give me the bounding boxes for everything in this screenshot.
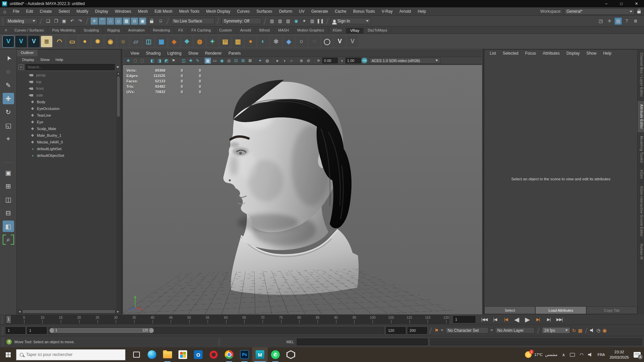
vray-clipper-button[interactable]: ◆	[168, 36, 180, 47]
vray-fur-button[interactable]: ✦	[207, 36, 218, 47]
live-surface-dropdown[interactable]: No Live Surface	[171, 18, 215, 24]
outliner-item-eye[interactable]: ❖Eye	[17, 119, 116, 125]
open-scene-icon[interactable]: ❐	[52, 17, 60, 25]
undo-icon[interactable]: ↶	[68, 17, 76, 25]
shelf-tab-sculpting[interactable]: Sculpting	[80, 27, 103, 34]
shelf-tab-rendering[interactable]: Rendering	[149, 27, 174, 34]
vray-logo-white-button[interactable]: V	[334, 36, 345, 47]
viewport-panel[interactable]: ViewShadingLightingShowRendererPanels ❖▢…	[123, 49, 482, 314]
timeline-track[interactable]: 1 51015202530354045505560657075808590951…	[6, 315, 449, 324]
menu-create[interactable]: Create	[37, 7, 55, 16]
tablet-mode-icon[interactable]	[570, 353, 575, 357]
render-view-icon[interactable]: ▥	[268, 17, 276, 25]
anim-layer-dropdown[interactable]: No Anim Layer	[495, 327, 535, 334]
language-indicator[interactable]: FRA	[597, 353, 605, 357]
side-tab-human-ik[interactable]: Human IK	[638, 240, 644, 263]
field-chart-icon[interactable]: ⊡	[233, 58, 239, 64]
outliner-item-defaultlightset[interactable]: ◑defaultLightSet	[17, 145, 116, 152]
symmetry-dropdown[interactable]: Symmetry: Off	[221, 18, 262, 24]
outliner-item-side[interactable]: side	[17, 92, 116, 99]
go-to-end-button[interactable]: ▶▶|	[555, 317, 564, 322]
viewport-canvas[interactable]: Verts:6936800Edges:11152500Faces:5213300…	[123, 65, 482, 314]
clock[interactable]: 23:32 20/03/2025	[609, 349, 629, 360]
load-attributes-button[interactable]: Load Attributes	[536, 307, 586, 314]
single-pane-layout-button[interactable]: ▣	[3, 167, 14, 178]
task-view-icon[interactable]	[129, 347, 144, 362]
view-transform-dropdown[interactable]: ACES 1.0 SDR-video (sRGB)	[369, 58, 440, 64]
menu-display[interactable]: Display	[92, 7, 111, 16]
outliner-search-input[interactable]	[25, 64, 115, 70]
lock-selection-icon[interactable]	[148, 17, 155, 25]
outliner-item-eyeocclusion[interactable]: ❖EyeOcclusion	[17, 105, 116, 112]
make-live-icon[interactable]: ⊙	[131, 17, 138, 25]
shelf-tab-daztomaya[interactable]: DazToMaya	[364, 27, 391, 34]
play-backwards-button[interactable]: ◀	[512, 316, 521, 323]
hypershade-icon[interactable]: ▥	[309, 17, 316, 25]
menu-set-dropdown[interactable]: Modeling	[5, 18, 38, 24]
xray-icon[interactable]: ⊘	[305, 58, 312, 64]
menu-edit-mesh[interactable]: Edit Mesh	[151, 7, 176, 16]
vray-sphere-light-button[interactable]: ●	[79, 36, 91, 47]
step-forward-key-button[interactable]: ▶|	[544, 317, 553, 322]
rotate-tool[interactable]: ↻	[3, 106, 14, 118]
vray-logo-gray-button[interactable]: V	[347, 36, 358, 47]
render-current-frame-icon[interactable]: ▥	[276, 17, 284, 25]
zoom-select-button[interactable]: ⌕	[3, 234, 14, 245]
mute-audio-icon[interactable]	[590, 328, 595, 333]
vray-sphere-button[interactable]: ○	[296, 36, 307, 47]
character-set-icon[interactable]: ⚑	[434, 328, 439, 333]
measure-icon[interactable]: ⊤	[623, 17, 631, 25]
camera-attributes-icon[interactable]: ◩	[163, 58, 170, 64]
highlight-selection-icon[interactable]: ⍈	[157, 17, 164, 25]
viewport-menu-shading[interactable]: Shading	[143, 49, 164, 57]
vray-toon-button[interactable]: ◍	[194, 36, 205, 47]
safe-title-icon[interactable]: ⊠	[247, 58, 253, 64]
two-pane-side-layout-button[interactable]: ◫	[3, 194, 14, 205]
vray-scene-button[interactable]: ▦	[156, 36, 167, 47]
select-button[interactable]: Select	[485, 307, 535, 314]
side-tab-attribute-editor[interactable]: Attribute Editor	[638, 101, 644, 133]
chevron-down-icon[interactable]	[441, 329, 443, 331]
vray-sphere-fade-button[interactable]: ◐	[258, 36, 269, 47]
menu-curves[interactable]: Curves	[234, 7, 253, 16]
safe-action-icon[interactable]: ⊞	[240, 58, 246, 64]
workspace-dropdown[interactable]: General*	[564, 8, 635, 15]
menu-v-ray[interactable]: V-Ray	[378, 7, 396, 16]
move-tool[interactable]: ✚	[3, 93, 14, 104]
shelf-tab-poly-modeling[interactable]: Poly Modeling	[48, 27, 79, 34]
toolbar-grip[interactable]	[1, 315, 3, 323]
outliner-menu-help[interactable]: Help	[53, 56, 66, 63]
filter-icon[interactable]: ⊡	[18, 64, 24, 70]
shelf-tab-arnold[interactable]: Arnold	[236, 27, 255, 34]
menu-file[interactable]: File	[9, 7, 22, 16]
outliner-item-body[interactable]: ❖Body	[17, 99, 116, 105]
copy-tab-button[interactable]: Copy Tab	[587, 307, 637, 314]
menu-arnold[interactable]: Arnold	[396, 7, 414, 16]
shelf-tab-animation[interactable]: Animation	[124, 27, 149, 34]
lights-icon[interactable]: ✦	[257, 58, 263, 64]
menu-help[interactable]: Help	[414, 7, 429, 16]
vray-settings-button[interactable]: ✱	[270, 36, 282, 47]
resolution-gate-icon[interactable]: ◉	[219, 58, 225, 64]
bookmark-icon[interactable]: ⚑	[170, 58, 177, 64]
vray-wire-sphere-button[interactable]: ◌	[309, 36, 320, 47]
scale-tool[interactable]: ◱	[3, 120, 14, 131]
snap-to-view-plane-icon[interactable]: ▦	[123, 17, 130, 25]
film-gate-icon[interactable]: ▭	[212, 58, 218, 64]
current-frame-field[interactable]	[453, 316, 475, 323]
shelf-tab-bifrost[interactable]: Bifrost	[255, 27, 274, 34]
start-button[interactable]	[0, 347, 16, 362]
camera-lock-icon[interactable]: ◨	[156, 58, 163, 64]
step-back-key-button[interactable]: |◀	[491, 317, 499, 322]
time-editor-clip-icon[interactable]: ▦	[578, 328, 582, 333]
vray-circle-button[interactable]: ◯	[321, 36, 333, 47]
menu-windows[interactable]: Windows	[112, 7, 135, 16]
animation-end-field[interactable]	[408, 327, 427, 334]
range-slider-bar[interactable]: 1 120	[49, 328, 154, 333]
range-slider-track[interactable]: 1 120	[49, 327, 384, 334]
grid-toggle-icon[interactable]: ▦	[205, 58, 211, 64]
gamma-field[interactable]	[345, 58, 361, 63]
character-set-dropdown[interactable]: No Character Set	[445, 327, 488, 334]
last-used-tool[interactable]: ⌖	[3, 133, 14, 144]
motion-blur-icon[interactable]: ◑	[281, 58, 287, 64]
